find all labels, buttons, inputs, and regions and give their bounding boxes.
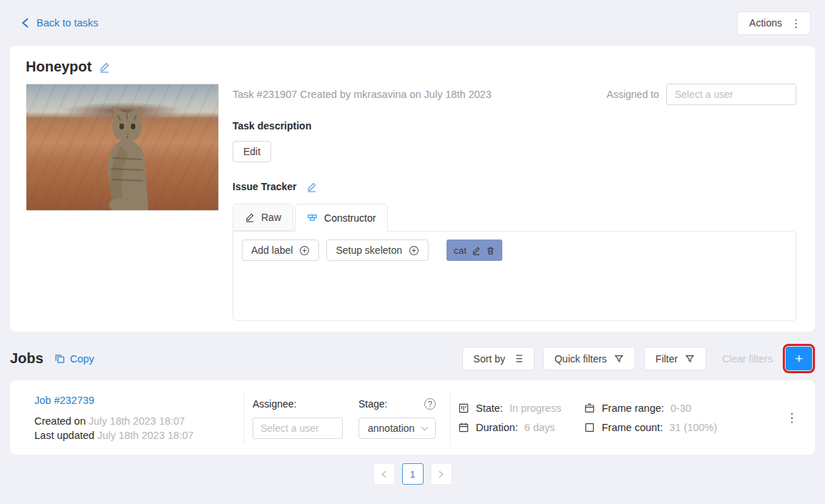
- plus-icon: +: [795, 352, 803, 365]
- cat-photo-figure: [84, 104, 168, 211]
- stage-label: Stage:: [358, 398, 387, 410]
- stage-select[interactable]: annotation: [358, 417, 436, 439]
- tab-constructor[interactable]: Constructor: [295, 204, 388, 232]
- filter-button[interactable]: Filter: [644, 347, 706, 370]
- question-circle-icon[interactable]: ?: [424, 398, 436, 410]
- more-vertical-icon: ⋮: [791, 18, 801, 29]
- task-description-heading: Task description: [233, 120, 796, 132]
- job-assignee-input[interactable]: [253, 417, 343, 439]
- filter-funnel-icon: [614, 354, 624, 364]
- box-icon: [584, 402, 595, 414]
- delete-label-icon[interactable]: [486, 246, 495, 255]
- actions-button[interactable]: Actions ⋮: [737, 11, 811, 35]
- constructor-panel: Add label Setup skeleton cat: [233, 231, 796, 321]
- add-label-button[interactable]: Add label: [242, 239, 319, 261]
- divider: [450, 390, 451, 445]
- task-preview-image: [26, 84, 219, 211]
- frame-range-label: Frame range:: [602, 402, 664, 414]
- task-meta: Task #231907 Created by mkrasavina on Ju…: [233, 89, 492, 100]
- pagination: 1: [0, 463, 825, 485]
- clear-filters-button[interactable]: Clear filters: [722, 353, 773, 365]
- project-state-icon: [458, 402, 469, 414]
- pencil-icon: [245, 212, 255, 222]
- frame-count-label: Frame count:: [602, 422, 663, 433]
- frame-range-value: 0-30: [670, 402, 691, 414]
- label-editor-tabs: Raw Constructor: [233, 204, 796, 231]
- sort-by-label: Sort by: [474, 353, 505, 365]
- tab-raw-label: Raw: [261, 212, 281, 223]
- task-assignee-input[interactable]: [666, 84, 796, 105]
- highlight-box: +: [786, 347, 812, 370]
- copy-icon: [54, 353, 65, 364]
- job-card: Job #232739 Created on July 18th 2023 18…: [10, 380, 815, 455]
- edit-description-button[interactable]: Edit: [233, 141, 271, 162]
- tab-constructor-label: Constructor: [324, 212, 376, 224]
- chevron-down-icon: [421, 426, 429, 431]
- label-chip-cat: cat: [446, 239, 502, 261]
- actions-label: Actions: [749, 17, 782, 29]
- filter-label: Filter: [655, 353, 678, 365]
- edit-label-icon[interactable]: [472, 246, 481, 255]
- add-job-button[interactable]: +: [786, 347, 812, 370]
- copy-button[interactable]: Copy: [54, 353, 94, 365]
- state-value: In progress: [509, 402, 562, 414]
- back-to-tasks-link[interactable]: Back to tasks: [21, 17, 98, 29]
- duration-label: Duration:: [476, 422, 518, 433]
- unordered-list-icon: [512, 353, 523, 364]
- back-to-tasks-label: Back to tasks: [36, 17, 98, 29]
- state-label: State:: [476, 402, 503, 414]
- jobs-header: Jobs Copy Sort by Quick filters Filter: [10, 347, 815, 370]
- chevron-left-icon: [21, 18, 30, 28]
- next-page-button[interactable]: [431, 463, 452, 485]
- page-1-button[interactable]: 1: [402, 463, 424, 485]
- created-on-label: Created on: [34, 415, 86, 427]
- prev-page-button[interactable]: [374, 463, 395, 485]
- task-title: Honeypot: [26, 59, 92, 75]
- plus-circle-icon: [409, 245, 419, 256]
- calendar-icon: [458, 422, 469, 433]
- last-updated-label: Last updated: [34, 430, 94, 441]
- quick-filters-label: Quick filters: [555, 353, 607, 365]
- last-updated-value: July 18th 2023 18:07: [97, 430, 194, 441]
- job-more-vertical-icon[interactable]: ⋮: [778, 406, 805, 430]
- block-icon: [307, 212, 318, 223]
- stage-value: annotation: [368, 423, 414, 434]
- jobs-heading: Jobs: [10, 350, 44, 367]
- frame-count-value: 31 (100%): [669, 422, 717, 433]
- label-chip-name: cat: [454, 245, 467, 256]
- assigned-to-label: Assigned to: [607, 89, 659, 100]
- setup-skeleton-text: Setup skeleton: [336, 244, 402, 256]
- sort-by-button[interactable]: Sort by: [462, 347, 534, 370]
- edit-title-icon[interactable]: [99, 61, 110, 73]
- filter-funnel-icon: [685, 354, 695, 364]
- job-link[interactable]: Job #232739: [34, 395, 94, 406]
- square-icon: [584, 422, 595, 433]
- quick-filters-button[interactable]: Quick filters: [543, 347, 635, 370]
- setup-skeleton-button[interactable]: Setup skeleton: [326, 239, 429, 261]
- edit-issue-tracker-icon[interactable]: [306, 182, 317, 192]
- tab-raw[interactable]: Raw: [233, 204, 293, 231]
- plus-circle-icon: [299, 245, 310, 256]
- add-label-text: Add label: [251, 244, 293, 256]
- copy-label: Copy: [70, 353, 94, 365]
- duration-value: 6 days: [524, 422, 555, 433]
- topbar: Back to tasks Actions ⋮: [0, 0, 825, 46]
- issue-tracker-label: Issue Tracker: [233, 181, 297, 192]
- created-on-value: July 18th 2023 18:07: [89, 415, 185, 427]
- task-card: Honeypot: [10, 46, 815, 332]
- assignee-label: Assignee:: [253, 398, 296, 410]
